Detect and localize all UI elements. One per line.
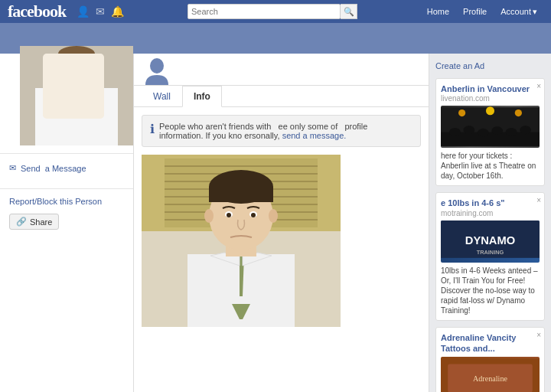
sidebar-links: Report/Block this Person 🔗 Share [0, 188, 133, 236]
svg-point-39 [463, 126, 474, 134]
search-bar: 🔍 [187, 4, 357, 19]
ad-thumb-1[interactable] [441, 106, 540, 148]
svg-point-38 [449, 128, 461, 136]
svg-point-34 [227, 213, 231, 217]
message-label: a Message [45, 164, 86, 173]
left-sidebar: ✉ Send a Message Report/Block this Perso… [0, 54, 134, 392]
info-icon: ℹ [150, 122, 155, 136]
svg-marker-2 [77, 90, 80, 115]
svg-rect-6 [58, 54, 95, 63]
account-label: Account [500, 7, 531, 16]
profile-nav-button[interactable]: Profile [457, 0, 493, 23]
ad-item-adrenaline: × Adrenaline Vancity Tattoos and... Adre… [435, 327, 545, 392]
ad-close-button-2[interactable]: × [536, 196, 541, 204]
svg-point-30 [204, 209, 214, 223]
facebook-logo[interactable]: facebook [8, 2, 66, 21]
svg-rect-3 [66, 77, 87, 92]
create-ad-link[interactable]: Create an Ad [435, 60, 545, 72]
profile-photo-image [20, 46, 133, 145]
share-icon: 🔗 [16, 217, 27, 227]
svg-point-9 [150, 58, 164, 74]
info-text-middle: ee only some of [279, 122, 338, 131]
svg-point-45 [486, 107, 494, 116]
info-notice-text: People who aren't friends with ee only s… [159, 122, 412, 140]
search-input[interactable] [187, 4, 341, 19]
send-label: Send [21, 164, 41, 173]
content-photo [142, 155, 341, 327]
main-container: ✉ Send a Message Report/Block this Perso… [0, 54, 551, 392]
svg-text:Adrenaline: Adrenaline [473, 374, 507, 383]
profile-photo [20, 46, 133, 145]
ad-title-1[interactable]: Anberlin in Vancouver [441, 83, 540, 94]
topbar: facebook 👤 ✉ 🔔 🔍 Home Profile Account ▾ [0, 0, 551, 23]
svg-text:TRAINING: TRAINING [477, 249, 504, 256]
info-text-before: People who aren't friends with [159, 122, 271, 131]
ad-close-button-1[interactable]: × [536, 82, 541, 90]
tab-wall[interactable]: Wall [142, 86, 182, 106]
svg-point-5 [58, 46, 95, 61]
svg-text:DYNAMO: DYNAMO [465, 234, 516, 247]
notifications-icon: 🔔 [111, 5, 124, 18]
ad-domain-2: motraining.com [441, 209, 540, 217]
ad-close-button-3[interactable]: × [536, 331, 541, 339]
sidebar-actions: ✉ Send a Message [0, 153, 133, 182]
svg-point-42 [506, 128, 517, 136]
share-button[interactable]: 🔗 Share [9, 214, 59, 230]
ad-title-2[interactable]: e 10lbs in 4-6 s" [441, 198, 540, 208]
svg-rect-29 [209, 187, 273, 202]
account-arrow-icon: ▾ [533, 7, 537, 17]
ad-thumb-2[interactable]: DYNAMO TRAINING [441, 220, 540, 263]
svg-marker-8 [77, 88, 91, 98]
send-message-link[interactable]: send a message. [282, 131, 347, 140]
ad-thumb-3[interactable]: Adrenaline [441, 357, 540, 392]
svg-point-35 [251, 213, 256, 217]
svg-point-43 [520, 126, 531, 134]
svg-point-40 [478, 129, 489, 137]
home-nav-button[interactable]: Home [421, 0, 455, 23]
ad-domain-1: livenation.com [441, 94, 540, 103]
send-message-row[interactable]: ✉ Send a Message [9, 160, 124, 176]
content-area: Wall Info ℹ People who aren't friends wi… [134, 54, 429, 392]
svg-point-44 [458, 109, 465, 116]
ad-text-2: 10lbs in 4-6 Weeks anteed – Or, I'll Tra… [441, 266, 540, 315]
tabs: Wall Info [134, 86, 429, 107]
info-notice: ℹ People who aren't friends with ee only… [142, 115, 421, 147]
ad-text-1: here for your tickets : Anberlin live at… [441, 151, 540, 181]
svg-rect-1 [35, 88, 118, 145]
tab-info[interactable]: Info [182, 86, 222, 107]
account-menu[interactable]: Account ▾ [494, 4, 543, 20]
svg-point-4 [58, 49, 95, 92]
topbar-left: facebook 👤 ✉ 🔔 [8, 2, 124, 21]
svg-marker-7 [62, 88, 77, 98]
friends-icon: 👤 [77, 5, 90, 18]
svg-point-46 [515, 109, 522, 116]
ad-item-anberlin: × Anberlin in Vancouver livenation.com [435, 78, 545, 186]
right-sidebar-ads: Create an Ad × Anberlin in Vancouver liv… [429, 54, 551, 392]
report-block-link[interactable]: Report/Block this Person [9, 195, 124, 207]
svg-point-31 [269, 209, 278, 223]
ad-title-3[interactable]: Adrenaline Vancity Tattoos and... [441, 332, 540, 354]
share-label: Share [30, 217, 52, 227]
search-button[interactable]: 🔍 [341, 4, 357, 19]
ad-item-dynamo: × e 10lbs in 4-6 s" motraining.com DYNAM… [435, 192, 545, 320]
profile-name-bar [134, 54, 429, 86]
messages-icon: ✉ [96, 5, 105, 18]
send-icon: ✉ [9, 163, 16, 173]
profile-person-icon [142, 58, 172, 85]
topbar-right: Home Profile Account ▾ [421, 0, 543, 23]
svg-point-41 [491, 126, 503, 135]
info-text-end: ersonally, [244, 131, 279, 140]
